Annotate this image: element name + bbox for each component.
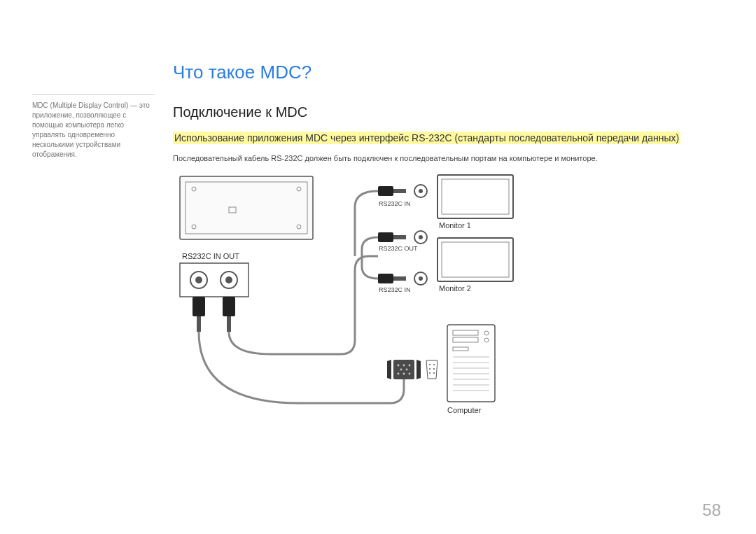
svg-point-9 [195, 276, 202, 283]
label-monitor-1: Monitor 1 [439, 221, 471, 230]
svg-point-46 [433, 372, 435, 374]
jack-plugs-source [192, 297, 235, 332]
svg-point-43 [429, 368, 430, 370]
svg-rect-32 [393, 360, 414, 379]
svg-point-45 [429, 372, 430, 374]
svg-point-38 [398, 372, 400, 374]
connection-diagram: RS232C IN OUT RS232C IN RS232C OUT RS232… [173, 172, 537, 438]
svg-rect-12 [192, 297, 205, 316]
section-title: Подключение к MDC [173, 104, 705, 120]
monitor-2-icon [438, 238, 513, 281]
svg-point-11 [225, 276, 232, 283]
serial-connector-icon [387, 360, 421, 379]
label-monitor-2: Monitor 2 [439, 284, 471, 293]
jack-monitor1-out [378, 231, 427, 244]
highlighted-heading: Использование приложения MDC через интер… [173, 132, 680, 144]
page-title: Что такое MDC? [173, 62, 705, 83]
page-number: 58 [702, 500, 721, 520]
svg-rect-21 [393, 235, 406, 239]
highlighted-heading-wrap: Использование приложения MDC через интер… [173, 132, 705, 146]
svg-rect-25 [393, 276, 406, 281]
svg-rect-24 [378, 274, 393, 283]
svg-point-33 [398, 364, 400, 366]
svg-point-42 [433, 364, 435, 365]
jack-monitor2-in [378, 272, 427, 285]
main-content: Что такое MDC? Подключение к MDC Использ… [173, 62, 705, 438]
label-rs232c-out: RS232C OUT [379, 245, 418, 252]
svg-point-41 [429, 364, 430, 365]
svg-rect-14 [223, 297, 235, 316]
cable-loop-1 [229, 256, 378, 354]
cable-mon1-to-mon2 [362, 237, 378, 279]
svg-rect-16 [378, 186, 393, 196]
jack-monitor1-in [378, 185, 427, 197]
label-rs232c-in-2: RS232C IN [379, 286, 411, 293]
svg-point-36 [400, 368, 402, 370]
svg-rect-20 [378, 232, 393, 242]
svg-rect-17 [393, 189, 406, 193]
svg-rect-28 [438, 175, 513, 218]
body-text: Последовательный кабель RS-232C должен б… [173, 154, 705, 162]
computer-tower-icon [447, 325, 495, 402]
monitor-1-icon [438, 175, 513, 218]
svg-point-23 [419, 235, 423, 239]
svg-point-27 [419, 276, 423, 281]
svg-point-35 [409, 364, 411, 366]
svg-rect-0 [180, 176, 313, 239]
diagram-svg [173, 172, 537, 438]
svg-point-39 [403, 372, 405, 374]
serial-port-pc-icon [426, 360, 438, 379]
svg-rect-15 [227, 316, 231, 332]
sidebar-text: MDC (Multiple Display Control) — это при… [32, 101, 150, 158]
svg-rect-30 [438, 238, 513, 281]
label-rs232c-in-1: RS232C IN [379, 200, 411, 207]
document-page: MDC (Multiple Display Control) — это при… [0, 0, 756, 534]
port-closeup [180, 263, 248, 297]
port-label: RS232C IN OUT [182, 252, 239, 260]
svg-point-37 [406, 368, 408, 370]
svg-point-34 [403, 364, 405, 366]
label-computer: Computer [447, 406, 481, 414]
svg-point-44 [433, 368, 435, 370]
svg-point-40 [409, 372, 411, 374]
monitor-back-panel [180, 176, 313, 239]
cable-to-mon1 [355, 191, 378, 256]
svg-rect-13 [197, 316, 201, 332]
svg-point-19 [419, 189, 423, 193]
cable-to-computer [199, 332, 404, 403]
sidebar-note: MDC (Multiple Display Control) — это при… [32, 94, 155, 160]
